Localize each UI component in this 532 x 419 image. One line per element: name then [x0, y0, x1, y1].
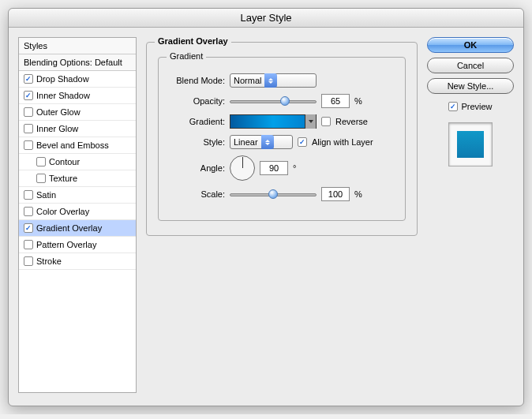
percent-label: % [354, 96, 362, 106]
style-item-outer-glow[interactable]: Outer Glow [19, 104, 136, 121]
style-item-label: Stroke [36, 256, 62, 266]
style-item-inner-glow[interactable]: Inner Glow [19, 121, 136, 137]
style-value: Linear [234, 137, 258, 147]
angle-input[interactable] [260, 161, 288, 175]
style-item-stroke[interactable]: Stroke [19, 253, 136, 270]
dialog-title: Layer Style [9, 9, 523, 28]
slider-thumb[interactable] [280, 96, 290, 106]
style-checkbox[interactable] [24, 190, 33, 200]
style-item-inner-shadow[interactable]: Inner Shadow [19, 88, 136, 104]
chevron-updown-icon [264, 73, 277, 88]
preview-label: Preview [461, 102, 492, 111]
blending-options-header[interactable]: Blending Options: Default [19, 54, 136, 71]
new-style-button[interactable]: New Style... [427, 78, 514, 94]
align-checkbox[interactable] [298, 137, 307, 147]
align-label: Align with Layer [312, 137, 373, 147]
settings-panel: Gradient Overlay Gradient Blend Mode: No… [146, 37, 418, 393]
style-item-label: Contour [49, 157, 80, 166]
style-checkbox[interactable] [24, 74, 33, 84]
reverse-label: Reverse [335, 117, 368, 126]
scale-label: Scale: [170, 189, 225, 199]
preview-well [448, 122, 493, 166]
gradient-swatch[interactable] [230, 114, 317, 129]
style-item-label: Outer Glow [36, 107, 81, 117]
style-item-pattern-overlay[interactable]: Pattern Overlay [19, 237, 136, 253]
style-checkbox[interactable] [24, 256, 33, 266]
scale-slider[interactable] [230, 189, 317, 200]
opacity-label: Opacity: [170, 96, 225, 106]
blend-mode-select[interactable]: Normal [230, 73, 317, 88]
gradient-label: Gradient: [170, 117, 225, 126]
dialog-content: Styles Blending Options: Default Drop Sh… [9, 28, 523, 402]
blend-mode-label: Blend Mode: [170, 76, 225, 85]
right-column: OK Cancel New Style... Preview [427, 37, 514, 393]
inner-group-title: Gradient [167, 51, 206, 61]
style-checkbox[interactable] [24, 140, 33, 150]
layer-style-dialog: Layer Style Styles Blending Options: Def… [8, 8, 524, 406]
style-checkbox[interactable] [24, 107, 33, 117]
group-title: Gradient Overlay [155, 36, 231, 46]
reverse-checkbox[interactable] [321, 117, 331, 126]
opacity-input[interactable] [321, 94, 350, 108]
gradient-overlay-group: Gradient Overlay Gradient Blend Mode: No… [146, 42, 418, 236]
slider-thumb[interactable] [268, 189, 278, 199]
chevron-updown-icon [261, 135, 274, 149]
preview-swatch [457, 131, 484, 158]
style-item-satin[interactable]: Satin [19, 187, 136, 204]
chevron-down-icon[interactable] [305, 114, 316, 129]
degree-label: ° [293, 163, 296, 173]
gradient-group: Gradient Blend Mode: Normal Opacity: [158, 57, 406, 221]
style-checkbox[interactable] [36, 174, 46, 183]
style-item-drop-shadow[interactable]: Drop Shadow [19, 71, 136, 88]
style-item-label: Inner Glow [36, 124, 78, 133]
style-item-bevel-and-emboss[interactable]: Bevel and Emboss [19, 137, 136, 154]
cancel-button[interactable]: Cancel [427, 58, 514, 73]
style-select[interactable]: Linear [230, 135, 293, 149]
styles-header[interactable]: Styles [19, 38, 136, 54]
style-label: Style: [170, 137, 225, 147]
style-item-label: Satin [36, 190, 56, 200]
preview-checkbox[interactable] [448, 102, 458, 111]
style-item-label: Bevel and Emboss [36, 140, 109, 150]
style-item-gradient-overlay[interactable]: Gradient Overlay [19, 220, 136, 237]
ok-button[interactable]: OK [427, 37, 514, 53]
style-item-label: Gradient Overlay [36, 223, 102, 233]
style-item-label: Color Overlay [36, 207, 89, 216]
style-item-color-overlay[interactable]: Color Overlay [19, 204, 136, 220]
style-item-label: Inner Shadow [36, 91, 90, 100]
style-item-label: Drop Shadow [36, 74, 89, 84]
scale-input[interactable] [321, 187, 350, 201]
style-checkbox[interactable] [24, 124, 33, 133]
style-item-texture[interactable]: Texture [19, 170, 136, 187]
angle-label: Angle: [170, 163, 225, 173]
style-checkbox[interactable] [36, 157, 46, 166]
style-checkbox[interactable] [24, 223, 33, 233]
styles-list: Styles Blending Options: Default Drop Sh… [18, 37, 137, 393]
style-checkbox[interactable] [24, 207, 33, 216]
style-item-label: Pattern Overlay [36, 240, 96, 249]
angle-dial[interactable] [230, 155, 255, 181]
percent-label: % [354, 189, 362, 199]
style-item-label: Texture [49, 174, 77, 183]
opacity-slider[interactable] [230, 95, 317, 107]
style-checkbox[interactable] [24, 240, 33, 249]
style-checkbox[interactable] [24, 91, 33, 100]
style-item-contour[interactable]: Contour [19, 154, 136, 170]
blend-mode-value: Normal [234, 76, 261, 85]
